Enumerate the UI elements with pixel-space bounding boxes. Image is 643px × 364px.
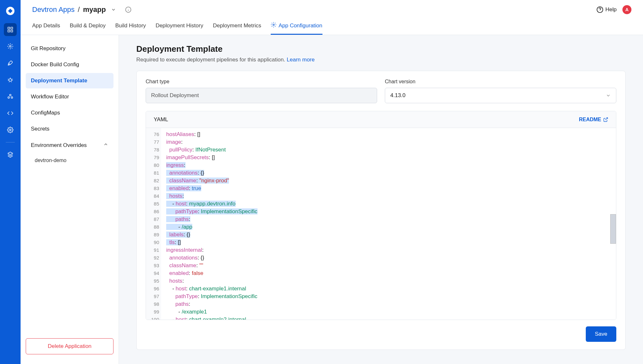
readme-link[interactable]: README — [579, 117, 608, 123]
svg-rect-1 — [8, 27, 10, 29]
page-desc-text: Required to execute deployment pipelines… — [136, 57, 287, 63]
chart-version-value: 4.13.0 — [390, 92, 405, 99]
code-line[interactable]: labels: {} — [166, 231, 611, 239]
yaml-editor-card: YAML README 7677787980818283848586878889… — [146, 111, 616, 320]
code-line[interactable]: - /app — [166, 223, 611, 231]
sidebar-item-deployment-template[interactable]: Deployment Template — [26, 73, 113, 88]
code-line[interactable]: annotations: {} — [166, 254, 611, 262]
rail-settings-icon[interactable] — [4, 40, 17, 53]
svg-point-16 — [273, 24, 275, 26]
code-line[interactable]: hostAliases: [] — [166, 131, 611, 138]
code-line[interactable]: - host: chart-example1.internal — [166, 285, 611, 293]
breadcrumb-current: myapp — [83, 5, 106, 14]
code-line[interactable]: pullPolicy: IfNotPresent — [166, 146, 611, 154]
code-line[interactable]: className: "" — [166, 262, 611, 269]
save-button[interactable]: Save — [586, 326, 616, 342]
delete-application-button[interactable]: Delete Application — [26, 338, 113, 354]
sidebar-sub-item[interactable]: devtron-demo — [26, 154, 113, 167]
svg-point-9 — [11, 97, 13, 98]
sidebar-item-environment-overrides[interactable]: Environment Overrides — [26, 137, 113, 153]
code-line[interactable]: annotations: {} — [166, 169, 611, 177]
readme-label: README — [579, 117, 601, 123]
sidebar-item-secrets[interactable]: Secrets — [26, 121, 113, 137]
chart-type-select: Rollout Deployment — [146, 88, 377, 103]
sidebar-item-label: ConfigMaps — [31, 110, 60, 116]
tab-app-configuration[interactable]: App Configuration — [271, 19, 322, 35]
code-line[interactable]: hosts: — [166, 277, 611, 285]
external-link-icon — [603, 117, 608, 122]
rail-stack-icon[interactable] — [4, 90, 17, 103]
page-description: Required to execute deployment pipelines… — [136, 57, 626, 63]
chart-version-label: Chart version — [385, 79, 616, 85]
code-line[interactable]: imagePullSecrets: [] — [166, 154, 611, 161]
code-line[interactable]: paths: — [166, 300, 611, 308]
code-content[interactable]: hostAliases: []image: pullPolicy: IfNotP… — [161, 128, 616, 320]
code-line[interactable]: tls: [] — [166, 239, 611, 246]
sidebar-item-label: Deployment Template — [31, 77, 87, 84]
sidebar-item-docker-build-config[interactable]: Docker Build Config — [26, 57, 113, 72]
code-line[interactable]: ingressInternal: — [166, 246, 611, 254]
sidebar-item-configmaps[interactable]: ConfigMaps — [26, 105, 113, 121]
info-icon[interactable] — [125, 6, 131, 13]
sidebar-item-label: Docker Build Config — [31, 61, 79, 68]
tab-build-deploy[interactable]: Build & Deploy — [70, 19, 106, 35]
svg-point-10 — [10, 129, 11, 131]
sidebar-item-label: Git Repository — [31, 45, 66, 52]
svg-point-7 — [10, 94, 11, 96]
chart-version-select[interactable]: 4.13.0 — [385, 88, 616, 103]
rail-code-icon[interactable] — [4, 107, 17, 120]
scrollbar-thumb[interactable] — [610, 214, 616, 244]
nav-rail — [0, 0, 21, 364]
tab-label: App Details — [32, 23, 60, 29]
rail-layers-icon[interactable] — [4, 148, 17, 161]
rail-rocket-icon[interactable] — [4, 57, 17, 69]
sidebar-item-label: Secrets — [31, 126, 50, 132]
code-line[interactable]: - host: myapp.devtron.info — [166, 200, 611, 208]
rail-gear-icon[interactable] — [4, 123, 17, 136]
tab-build-history[interactable]: Build History — [115, 19, 146, 35]
breadcrumb-sep: / — [78, 5, 80, 14]
code-line[interactable]: - host: chart-example2.internal — [166, 316, 611, 320]
page-title: Deployment Template — [136, 44, 626, 54]
rail-bug-icon[interactable] — [4, 73, 17, 86]
tab-deployment-metrics[interactable]: Deployment Metrics — [213, 19, 261, 35]
code-line[interactable]: hosts: — [166, 192, 611, 200]
devtron-logo[interactable] — [5, 5, 16, 17]
learn-more-link[interactable]: Learn more — [287, 57, 315, 63]
content: Deployment Template Required to execute … — [119, 35, 643, 364]
code-line[interactable]: pathType: ImplementationSpecific — [166, 208, 611, 215]
code-line[interactable]: enabled: true — [166, 185, 611, 192]
code-line[interactable]: - /example1 — [166, 308, 611, 316]
header: Devtron Apps / myapp Help A App DetailsB… — [21, 0, 643, 35]
tab-label: Deployment History — [156, 23, 203, 29]
chevron-down-icon[interactable] — [111, 7, 116, 12]
chevron-down-icon — [606, 93, 611, 98]
code-line[interactable]: pathType: ImplementationSpecific — [166, 293, 611, 300]
svg-rect-6 — [9, 79, 12, 81]
code-line[interactable]: image: — [166, 138, 611, 146]
code-editor[interactable]: 7677787980818283848586878889909192939495… — [146, 128, 616, 320]
chart-card: Chart type Rollout Deployment Chart vers… — [136, 71, 626, 350]
help-button[interactable]: Help — [596, 6, 617, 13]
line-gutter: 7677787980818283848586878889909192939495… — [146, 128, 161, 320]
tab-label: App Configuration — [278, 23, 322, 29]
code-line[interactable]: className: "nginx-prod" — [166, 177, 611, 185]
rail-apps-icon[interactable] — [4, 23, 17, 36]
yaml-tab[interactable]: YAML — [154, 112, 168, 127]
sidebar-item-git-repository[interactable]: Git Repository — [26, 41, 113, 56]
tab-app-details[interactable]: App Details — [32, 19, 60, 35]
code-line[interactable]: ingress: — [166, 161, 611, 169]
breadcrumb-parent[interactable]: Devtron Apps — [32, 5, 75, 14]
svg-rect-3 — [8, 30, 10, 32]
tabs: App DetailsBuild & DeployBuild HistoryDe… — [32, 19, 631, 35]
code-line[interactable]: paths: — [166, 215, 611, 223]
code-line[interactable]: enabled: false — [166, 269, 611, 277]
chart-type-value: Rollout Deployment — [151, 92, 199, 99]
sidebar-item-label: Workflow Editor — [31, 94, 69, 100]
svg-point-5 — [10, 46, 11, 47]
tab-deployment-history[interactable]: Deployment History — [156, 19, 203, 35]
user-avatar[interactable]: A — [622, 5, 631, 14]
gear-icon — [271, 22, 276, 29]
sidebar-item-workflow-editor[interactable]: Workflow Editor — [26, 89, 113, 105]
scrollbar-track[interactable] — [610, 128, 616, 320]
